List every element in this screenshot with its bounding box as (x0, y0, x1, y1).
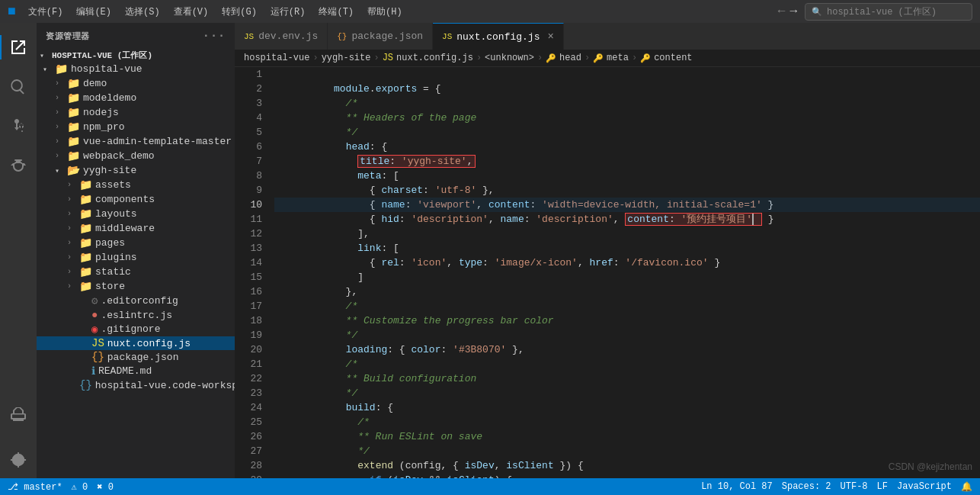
code-line-1: module.exports = { (274, 67, 980, 82)
status-errors[interactable]: ✖ 0 (97, 481, 114, 493)
tree-item-pages[interactable]: › 📁 pages (37, 236, 235, 250)
folder-arrow-icon: › (55, 108, 67, 117)
menu-help[interactable]: 帮助(H) (361, 4, 408, 20)
tree-item-nodejs[interactable]: › 📁 nodejs (37, 105, 235, 120)
folder-label: npm_pro (83, 121, 125, 133)
tree-item-vue-admin[interactable]: › 📁 vue-admin-template-master (37, 134, 235, 149)
menu-terminal[interactable]: 终端(T) (312, 4, 360, 20)
breadcrumb-item-content[interactable]: content (654, 53, 692, 63)
code-line-22: */ (274, 371, 980, 386)
folder-icon: 📁 (79, 178, 92, 191)
status-language[interactable]: JavaScript (897, 481, 952, 492)
sidebar: 资源管理器 ··· ▾ HOSPITAL-VUE (工作区) ▾ 📁 hospi… (37, 23, 235, 478)
tree-item-npm-pro[interactable]: › 📁 npm_pro (37, 120, 235, 134)
tree-item-workspace[interactable]: › {} hospital-vue.code-workspace (37, 378, 235, 392)
menu-goto[interactable]: 转到(G) (216, 4, 263, 20)
forward-arrow-icon[interactable]: → (789, 5, 797, 18)
code-line-3: ** Headers of the page (274, 96, 980, 111)
breadcrumb-item-nuxt-label[interactable]: nuxt.config.js (396, 53, 473, 63)
code-line-14: ] (274, 256, 980, 270)
line-num-27: 27 (247, 444, 262, 458)
code-line-23: build: { (274, 386, 980, 400)
folder-label: vue-admin-template-master (83, 136, 232, 147)
folder-icon: 📁 (79, 236, 92, 249)
code-line-18: */ (274, 313, 980, 328)
tree-item-static[interactable]: › 📁 static (37, 265, 235, 279)
tree-item-assets[interactable]: › 📁 assets (37, 178, 235, 192)
folder-label: modeldemo (83, 92, 136, 104)
tree-item-gitignore[interactable]: › ◉ .gitignore (37, 322, 235, 336)
tree-item-store[interactable]: › 📁 store (37, 279, 235, 294)
status-position[interactable]: Ln 10, Col 87 (701, 481, 773, 492)
tab-package-json[interactable]: {} package.json (328, 23, 433, 50)
breadcrumb-item-unknown[interactable]: <unknown> (485, 53, 534, 63)
folder-label: nodejs (83, 107, 119, 118)
menu-select[interactable]: 选择(S) (119, 4, 166, 20)
status-encoding[interactable]: UTF-8 (841, 481, 868, 492)
tab-nuxt-config[interactable]: JS nuxt.config.js × (433, 23, 564, 50)
breadcrumb-sep: › (632, 53, 637, 63)
line-num-15: 15 (247, 270, 262, 284)
tree-item-demo[interactable]: › 📁 demo (37, 76, 235, 91)
activity-explorer[interactable] (0, 29, 37, 66)
menu-view[interactable]: 查看(V) (168, 4, 215, 20)
back-arrow-icon[interactable]: ← (778, 5, 786, 18)
code-line-13: { rel: 'icon', type: 'image/x-icon', hre… (274, 241, 980, 256)
code-line-11: ], (274, 212, 980, 227)
activity-extensions[interactable] (0, 396, 37, 432)
file-label: README.md (98, 365, 152, 377)
breadcrumb-item-meta[interactable]: meta (607, 53, 629, 63)
tree-item-webpack[interactable]: › 📁 webpack_demo (37, 149, 235, 163)
activity-debug[interactable] (0, 148, 37, 185)
status-branch[interactable]: ⎇ master* (8, 481, 62, 493)
tree-item-eslintrc[interactable]: › ● .eslintrc.js (37, 308, 235, 322)
line-num-10: 10 (247, 198, 262, 212)
tree-item-modeldemo[interactable]: › 📁 modeldemo (37, 91, 235, 105)
breadcrumb: hospital-vue › yygh-site › JS nuxt.confi… (235, 50, 980, 67)
status-spaces[interactable]: Spaces: 2 (782, 481, 831, 492)
global-search-bar[interactable]: 🔍 hospital-vue (工作区) (805, 3, 972, 21)
tree-item-package-json[interactable]: › {} package.json (37, 350, 235, 364)
breadcrumb-item-nuxt[interactable]: JS (383, 53, 393, 63)
activity-search[interactable] (0, 69, 37, 105)
tree-item-middleware[interactable]: › 📁 middleware (37, 221, 235, 236)
code-editor[interactable]: module.exports = { /* ** Headers of the … (268, 67, 980, 478)
tree-item-nuxt-config[interactable]: › JS nuxt.config.js (37, 336, 235, 350)
activity-settings[interactable] (0, 442, 37, 478)
breadcrumb-item-head[interactable]: head (559, 53, 581, 63)
code-line-24: /* (274, 400, 980, 415)
menu-bar: 文件(F) 编辑(E) 选择(S) 查看(V) 转到(G) 运行(R) 终端(T… (22, 4, 770, 20)
tab-js-icon: JS (244, 32, 254, 41)
status-line-ending[interactable]: LF (877, 481, 888, 492)
file-label: nuxt.config.js (107, 338, 191, 349)
tree-item-readme[interactable]: › ℹ README.md (37, 364, 235, 378)
md-icon: ℹ (91, 365, 95, 378)
menu-edit[interactable]: 编辑(E) (70, 4, 117, 20)
tree-item-plugins[interactable]: › 📁 plugins (37, 250, 235, 265)
folder-icon: 📁 (67, 149, 80, 162)
menu-file[interactable]: 文件(F) (22, 4, 69, 20)
folder-label: static (95, 266, 131, 278)
breadcrumb-item-yygh[interactable]: yygh-site (322, 53, 371, 63)
status-notification-icon[interactable]: 🔔 (961, 481, 972, 493)
tree-item-editorconfig[interactable]: › ⚙ .editorconfig (37, 294, 235, 308)
tree-item-components[interactable]: › 📁 components (37, 192, 235, 207)
file-label: hospital-vue.code-workspace (95, 380, 235, 391)
tree-item-hospital-vue[interactable]: ▾ 📁 hospital-vue (37, 62, 235, 76)
sidebar-options-icon[interactable]: ··· (203, 29, 226, 43)
line-num-18: 18 (247, 313, 262, 328)
breadcrumb-sep: › (373, 53, 379, 63)
folder-icon: 📁 (79, 265, 92, 278)
code-line-9: { name: 'viewport', content: 'width=devi… (274, 183, 980, 198)
tree-root[interactable]: ▾ HOSPITAL-VUE (工作区) (37, 49, 235, 62)
activity-source-control[interactable] (0, 108, 37, 145)
breadcrumb-item-hospital[interactable]: hospital-vue (244, 53, 309, 63)
menu-run[interactable]: 运行(R) (264, 4, 312, 20)
line-numbers: 1 2 3 4 5 6 7 8 9 10 11 12 13 14 15 16 1… (235, 67, 268, 478)
tab-dev-env[interactable]: JS dev.env.js (235, 23, 328, 50)
tab-close-icon[interactable]: × (547, 31, 553, 43)
vscode-logo-icon: ■ (8, 4, 16, 19)
tree-item-layouts[interactable]: › 📁 layouts (37, 207, 235, 221)
status-warnings[interactable]: ⚠ 0 (72, 481, 88, 493)
tree-item-yygh-site[interactable]: ▾ 📂 yygh-site (37, 163, 235, 178)
